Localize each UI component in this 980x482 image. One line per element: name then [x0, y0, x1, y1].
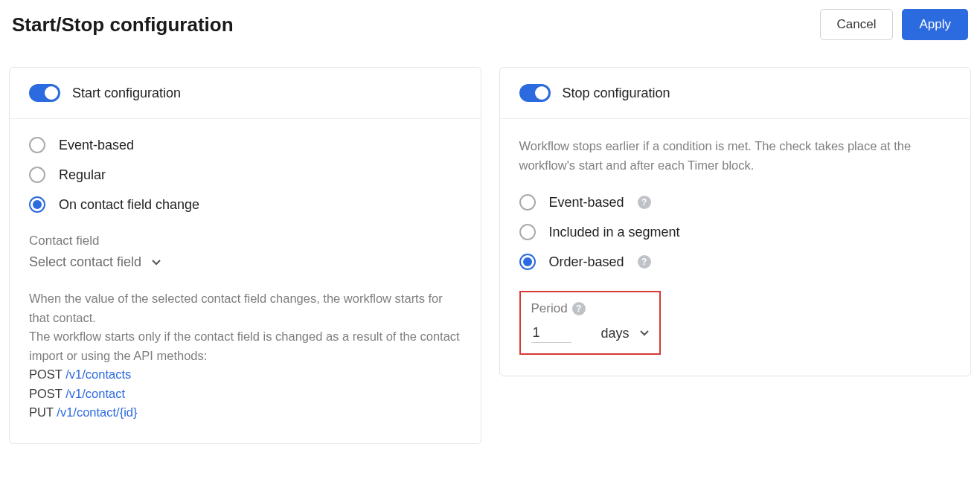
period-unit-text: days [601, 326, 630, 341]
period-value-input[interactable] [531, 324, 571, 343]
stop-description: Workflow stops earlier if a condition is… [519, 137, 952, 175]
start-opt-on-contact-field-change[interactable]: On contact field change [29, 196, 461, 213]
help-icon[interactable]: ? [638, 196, 651, 209]
page-title: Start/Stop configuration [12, 13, 234, 36]
api-method: POST [29, 387, 63, 400]
stop-panel-head: Stop configuration [500, 68, 971, 119]
stop-opt-order-based[interactable]: Order-based ? [519, 254, 952, 270]
contact-field-placeholder: Select contact field [29, 254, 141, 270]
radio-icon [519, 254, 536, 270]
start-help-2: The workflow starts only if the contact … [29, 330, 460, 362]
radio-icon [29, 196, 45, 213]
stop-radio-group: Event-based ? Included in a segment Orde… [519, 194, 952, 270]
api-link-contact[interactable]: /v1/contact [65, 387, 125, 400]
panels: Start configuration Event-based Regular … [9, 67, 971, 444]
start-panel-head: Start configuration [10, 68, 481, 119]
radio-icon [519, 224, 536, 240]
radio-label: Included in a segment [549, 225, 680, 240]
radio-icon [29, 167, 45, 183]
start-toggle[interactable] [29, 84, 60, 102]
stop-toggle[interactable] [519, 84, 551, 102]
start-opt-regular[interactable]: Regular [29, 167, 461, 183]
page-header: Start/Stop configuration Cancel Apply [9, 9, 971, 40]
apply-button[interactable]: Apply [902, 9, 968, 40]
chevron-down-icon [152, 260, 161, 266]
api-method: POST [29, 367, 63, 381]
start-help-1: When the value of the selected contact f… [29, 292, 443, 324]
period-unit-select[interactable]: days [601, 326, 649, 341]
api-link-contact-id[interactable]: /v1/contact/{id} [57, 405, 137, 419]
api-method: PUT [29, 405, 54, 419]
radio-label: Regular [59, 167, 106, 183]
radio-icon [29, 137, 45, 153]
period-label: Period ? [531, 301, 649, 316]
start-panel: Start configuration Event-based Regular … [9, 67, 481, 444]
period-label-text: Period [531, 301, 568, 316]
api-link-contacts[interactable]: /v1/contacts [65, 367, 131, 381]
help-icon[interactable]: ? [572, 302, 586, 315]
period-controls: days [531, 324, 649, 343]
contact-field-select[interactable]: Select contact field [29, 254, 461, 270]
stop-panel-body: Workflow stops earlier if a condition is… [500, 119, 971, 376]
contact-field-label: Contact field [29, 234, 461, 248]
start-radio-group: Event-based Regular On contact field cha… [29, 137, 461, 213]
radio-label: On contact field change [59, 197, 199, 213]
start-help-text: When the value of the selected contact f… [29, 289, 461, 422]
help-icon[interactable]: ? [638, 255, 651, 269]
header-actions: Cancel Apply [820, 9, 968, 40]
period-box: Period ? days [519, 291, 661, 355]
stop-opt-event-based[interactable]: Event-based ? [519, 194, 952, 211]
radio-label: Order-based [549, 254, 624, 270]
stop-panel-title: Stop configuration [563, 86, 670, 101]
start-opt-event-based[interactable]: Event-based [29, 137, 461, 153]
radio-label: Event-based [59, 138, 134, 153]
stop-opt-included-in-segment[interactable]: Included in a segment [519, 224, 952, 240]
chevron-down-icon [640, 330, 649, 336]
stop-panel: Stop configuration Workflow stops earlie… [499, 67, 972, 376]
radio-label: Event-based [549, 195, 624, 211]
cancel-button[interactable]: Cancel [820, 9, 894, 40]
start-panel-title: Start configuration [72, 86, 181, 101]
radio-icon [519, 194, 536, 211]
start-panel-body: Event-based Regular On contact field cha… [10, 119, 481, 443]
